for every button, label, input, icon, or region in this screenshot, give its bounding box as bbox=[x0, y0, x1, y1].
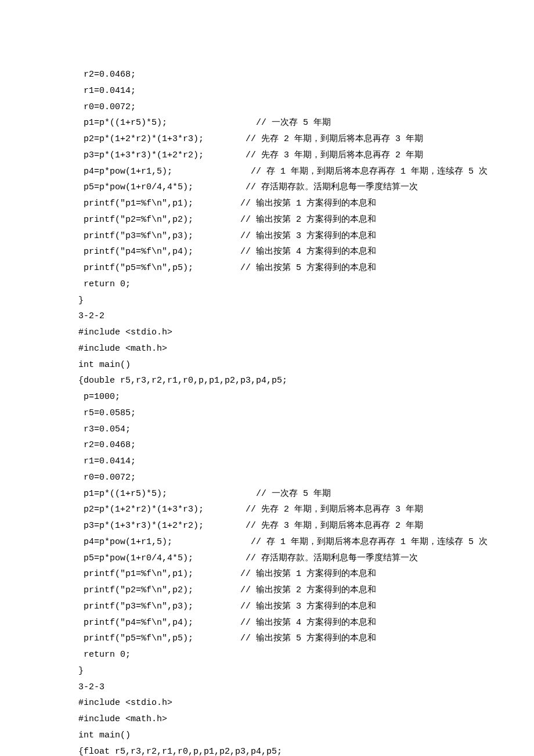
code-line: {float r5,r3,r2,r1,r0,p,p1,p2,p3,p4,p5; bbox=[78, 744, 485, 757]
code-line: r2=0.0468; bbox=[78, 67, 485, 83]
code-line: p2=p*(1+2*r2)*(1+3*r3); // 先存 2 年期，到期后将本… bbox=[78, 502, 485, 518]
code-line: r1=0.0414; bbox=[78, 453, 485, 470]
code-line: printf("p2=%f\n",p2); // 输出按第 2 方案得到的本息和 bbox=[78, 212, 485, 228]
code-line: p1=p*((1+r5)*5); // 一次存 5 年期 bbox=[78, 486, 485, 502]
code-line: #include <math.h> bbox=[78, 711, 485, 728]
code-line: r0=0.0072; bbox=[78, 470, 485, 486]
code-line: {double r5,r3,r2,r1,r0,p,p1,p2,p3,p4,p5; bbox=[78, 373, 485, 389]
code-line: printf("p5=%f\n",p5); // 输出按第 5 方案得到的本息和 bbox=[78, 631, 485, 647]
code-line: p4=p*pow(1+r1,5); // 存 1 年期，到期后将本息存再存 1 … bbox=[78, 164, 485, 180]
code-line: printf("p4=%f\n",p4); // 输出按第 4 方案得到的本息和 bbox=[78, 615, 485, 631]
code-line: p2=p*(1+2*r2)*(1+3*r3); // 先存 2 年期，到期后将本… bbox=[78, 131, 485, 147]
code-line: } bbox=[78, 663, 485, 679]
code-line: int main() bbox=[78, 728, 485, 744]
code-line: p3=p*(1+3*r3)*(1+2*r2); // 先存 3 年期，到期后将本… bbox=[78, 518, 485, 534]
code-line: #include <stdio.h> bbox=[78, 325, 485, 341]
code-line: return 0; bbox=[78, 276, 485, 293]
code-line: p1=p*((1+r5)*5); // 一次存 5 年期 bbox=[78, 115, 485, 131]
code-line: p=1000; bbox=[78, 389, 485, 405]
code-line: r2=0.0468; bbox=[78, 437, 485, 453]
code-line: p4=p*pow(1+r1,5); // 存 1 年期，到期后将本息存再存 1 … bbox=[78, 534, 485, 550]
code-line: printf("p5=%f\n",p5); // 输出按第 5 方案得到的本息和 bbox=[78, 260, 485, 276]
code-line: #include <math.h> bbox=[78, 341, 485, 357]
code-line: } bbox=[78, 293, 485, 309]
code-line: printf("p4=%f\n",p4); // 输出按第 4 方案得到的本息和 bbox=[78, 244, 485, 260]
code-line: printf("p2=%f\n",p2); // 输出按第 2 方案得到的本息和 bbox=[78, 582, 485, 599]
document-page: r2=0.0468; r1=0.0414; r0=0.0072; p1=p*((… bbox=[0, 0, 485, 756]
code-line: printf("p3=%f\n",p3); // 输出按第 3 方案得到的本息和 bbox=[78, 228, 485, 244]
code-line: r5=0.0585; bbox=[78, 405, 485, 422]
section-heading: 3-2-3 bbox=[78, 679, 485, 696]
code-line: r0=0.0072; bbox=[78, 99, 485, 116]
code-line: printf("p3=%f\n",p3); // 输出按第 3 方案得到的本息和 bbox=[78, 599, 485, 615]
code-line: p5=p*pow(1+r0/4,4*5); // 存活期存款。活期利息每一季度结… bbox=[78, 550, 485, 567]
section-heading: 3-2-2 bbox=[78, 308, 485, 325]
code-line: p3=p*(1+3*r3)*(1+2*r2); // 先存 3 年期，到期后将本… bbox=[78, 147, 485, 164]
code-line: p5=p*pow(1+r0/4,4*5); // 存活期存款。活期利息每一季度结… bbox=[78, 179, 485, 196]
code-line: #include <stdio.h> bbox=[78, 695, 485, 711]
code-line: int main() bbox=[78, 357, 485, 373]
code-line: r1=0.0414; bbox=[78, 83, 485, 99]
code-line: printf("p1=%f\n",p1); // 输出按第 1 方案得到的本息和 bbox=[78, 196, 485, 212]
code-line: return 0; bbox=[78, 647, 485, 663]
code-line: r3=0.054; bbox=[78, 422, 485, 438]
code-line: printf("p1=%f\n",p1); // 输出按第 1 方案得到的本息和 bbox=[78, 566, 485, 582]
